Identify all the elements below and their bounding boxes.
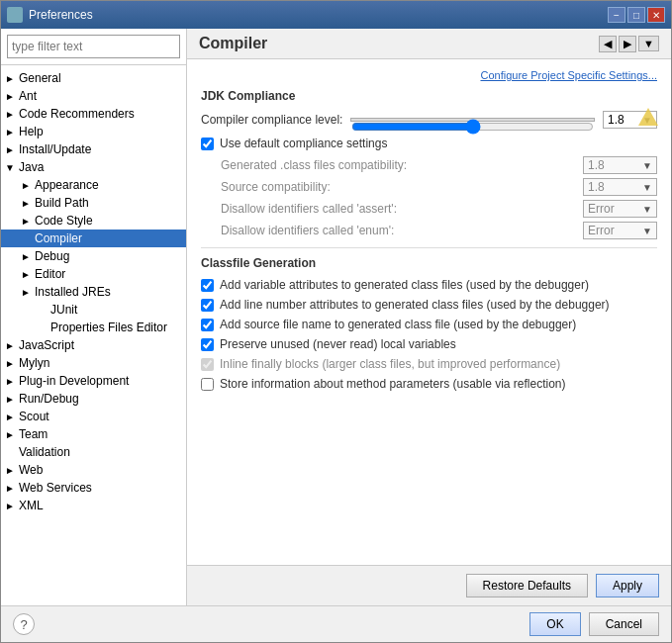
add-source-checkbox[interactable] bbox=[201, 319, 214, 331]
sidebar-item-validation[interactable]: Validation bbox=[1, 443, 186, 461]
sidebar-item-code-style[interactable]: ► Code Style bbox=[1, 212, 186, 230]
sidebar-item-label: Run/Debug bbox=[19, 392, 79, 406]
source-compat-value: 1.8 bbox=[588, 180, 605, 194]
expand-arrow: ► bbox=[5, 412, 17, 422]
sidebar-item-mylyn[interactable]: ► Mylyn bbox=[1, 354, 186, 372]
sidebar: ► General ► Ant ► Code Recommenders ► He… bbox=[1, 29, 187, 605]
preserve-unused-checkbox[interactable] bbox=[201, 338, 214, 351]
checkbox-add-variable: Add variable attributes to generated cla… bbox=[201, 278, 657, 292]
compliance-dropdown[interactable]: 1.8 ▼ bbox=[603, 111, 657, 129]
sidebar-item-installed-jres[interactable]: ► Installed JREs bbox=[1, 283, 186, 301]
sidebar-item-build-path[interactable]: ► Build Path bbox=[1, 194, 186, 212]
expand-arrow: ► bbox=[5, 483, 17, 494]
help-button[interactable]: ? bbox=[13, 613, 35, 635]
sidebar-item-label: Build Path bbox=[35, 196, 89, 210]
sidebar-item-label: Editor bbox=[35, 267, 65, 281]
filter-box bbox=[1, 29, 186, 65]
expand-arrow: ► bbox=[21, 198, 33, 209]
sidebar-item-compiler[interactable]: Compiler bbox=[1, 230, 186, 247]
sidebar-item-xml[interactable]: ► XML bbox=[1, 497, 186, 514]
sidebar-item-ant[interactable]: ► Ant bbox=[1, 87, 186, 105]
sidebar-item-code-recommenders[interactable]: ► Code Recommenders bbox=[1, 105, 186, 123]
disallow-assert-dropdown[interactable]: Error ▼ bbox=[583, 200, 657, 218]
sidebar-item-run-debug[interactable]: ► Run/Debug bbox=[1, 390, 186, 408]
add-variable-label: Add variable attributes to generated cla… bbox=[220, 278, 589, 292]
dropdown-arrow: ▼ bbox=[642, 182, 652, 193]
compliance-range[interactable] bbox=[351, 119, 594, 135]
sidebar-item-team[interactable]: ► Team bbox=[1, 425, 186, 443]
disallow-assert-value: Error bbox=[588, 202, 615, 216]
sidebar-item-javascript[interactable]: ► JavaScript bbox=[1, 336, 186, 354]
filter-input[interactable] bbox=[7, 35, 180, 58]
sidebar-item-label: Install/Update bbox=[19, 142, 91, 156]
disallow-assert-row: Disallow identifiers called 'assert': Er… bbox=[221, 200, 657, 218]
sidebar-item-label: JUnit bbox=[50, 303, 77, 317]
close-button[interactable]: ✕ bbox=[647, 7, 665, 23]
generated-compat-dropdown[interactable]: 1.8 ▼ bbox=[583, 156, 657, 174]
sidebar-item-appearance[interactable]: ► Appearance bbox=[1, 176, 186, 194]
compliance-slider[interactable] bbox=[350, 118, 595, 122]
sidebar-item-help[interactable]: ► Help bbox=[1, 123, 186, 140]
sidebar-item-general[interactable]: ► General bbox=[1, 69, 186, 87]
checkbox-preserve-unused: Preserve unused (never read) local varia… bbox=[201, 337, 657, 351]
apply-button[interactable]: Apply bbox=[596, 574, 659, 597]
back-button[interactable]: ◀ bbox=[599, 36, 617, 52]
ok-button[interactable]: OK bbox=[529, 612, 580, 636]
sidebar-item-scout[interactable]: ► Scout bbox=[1, 408, 186, 425]
checkbox-inline-finally: Inline finally blocks (larger class file… bbox=[201, 357, 657, 371]
compliance-level-label: Compiler compliance level: bbox=[201, 113, 342, 127]
sidebar-item-debug[interactable]: ► Debug bbox=[1, 247, 186, 265]
sidebar-item-label: Team bbox=[19, 427, 48, 441]
sidebar-item-web[interactable]: ► Web bbox=[1, 461, 186, 479]
expand-arrow bbox=[37, 322, 48, 333]
sidebar-item-label: Scout bbox=[19, 410, 49, 423]
checkbox-add-source: Add source file name to generated class … bbox=[201, 318, 657, 331]
sidebar-item-plugin-development[interactable]: ► Plug-in Development bbox=[1, 372, 186, 390]
add-variable-checkbox[interactable] bbox=[201, 279, 214, 292]
restore-defaults-button[interactable]: Restore Defaults bbox=[466, 574, 588, 597]
compliance-value: 1.8 bbox=[608, 113, 624, 127]
sidebar-item-junit[interactable]: JUnit bbox=[1, 301, 186, 319]
sidebar-item-label: Code Style bbox=[35, 214, 93, 228]
use-default-label: Use default compliance settings bbox=[220, 137, 387, 150]
add-line-checkbox[interactable] bbox=[201, 299, 214, 312]
configure-link[interactable]: Configure Project Specific Settings... bbox=[201, 69, 657, 81]
inline-finally-checkbox[interactable] bbox=[201, 358, 214, 371]
disallow-enum-label: Disallow identifiers called 'enum': bbox=[221, 224, 583, 237]
minimize-button[interactable]: − bbox=[608, 7, 625, 23]
compliance-level-row: Compiler compliance level: 1.8 ▼ bbox=[201, 111, 657, 129]
sidebar-item-editor[interactable]: ► Editor bbox=[1, 265, 186, 283]
store-params-checkbox[interactable] bbox=[201, 378, 214, 391]
sidebar-item-label: Ant bbox=[19, 89, 37, 103]
expand-arrow: ► bbox=[21, 180, 33, 191]
disallow-enum-dropdown[interactable]: Error ▼ bbox=[583, 222, 657, 239]
classfile-section: Classfile Generation bbox=[201, 256, 657, 270]
checkbox-add-line: Add line number attributes to generated … bbox=[201, 298, 657, 312]
dialog-buttons: OK Cancel bbox=[529, 612, 659, 636]
disallow-assert-label: Disallow identifiers called 'assert': bbox=[221, 202, 583, 216]
forward-dropdown[interactable]: ▶ bbox=[619, 36, 636, 52]
generated-compat-value: 1.8 bbox=[588, 158, 605, 172]
sidebar-item-java[interactable]: ▼ Java bbox=[1, 158, 186, 176]
panel-body: Configure Project Specific Settings... J… bbox=[187, 59, 671, 565]
sidebar-item-web-services[interactable]: ► Web Services bbox=[1, 479, 186, 497]
expand-arrow: ► bbox=[5, 358, 17, 369]
sidebar-item-label: Help bbox=[19, 125, 44, 138]
expand-arrow: ► bbox=[5, 465, 17, 476]
nav-menu-button[interactable]: ▼ bbox=[638, 36, 659, 51]
sidebar-item-label: XML bbox=[19, 499, 44, 512]
cancel-button[interactable]: Cancel bbox=[589, 612, 659, 636]
sidebar-item-properties-files-editor[interactable]: Properties Files Editor bbox=[1, 319, 186, 336]
tree-area: ► General ► Ant ► Code Recommenders ► He… bbox=[1, 65, 186, 605]
jdk-compliance-section: JDK Compliance bbox=[201, 89, 657, 103]
sidebar-item-label: Debug bbox=[35, 249, 69, 263]
maximize-button[interactable]: □ bbox=[627, 7, 645, 23]
source-compat-dropdown[interactable]: 1.8 ▼ bbox=[583, 178, 657, 196]
use-default-checkbox[interactable] bbox=[201, 138, 214, 150]
sidebar-item-label: Installed JREs bbox=[35, 285, 111, 299]
dropdown-arrow: ▼ bbox=[642, 204, 652, 215]
sidebar-item-label: Web Services bbox=[19, 481, 92, 495]
sidebar-item-install-update[interactable]: ► Install/Update bbox=[1, 140, 186, 158]
disallow-enum-value: Error bbox=[588, 224, 615, 237]
dropdown-arrow: ▼ bbox=[642, 226, 652, 236]
